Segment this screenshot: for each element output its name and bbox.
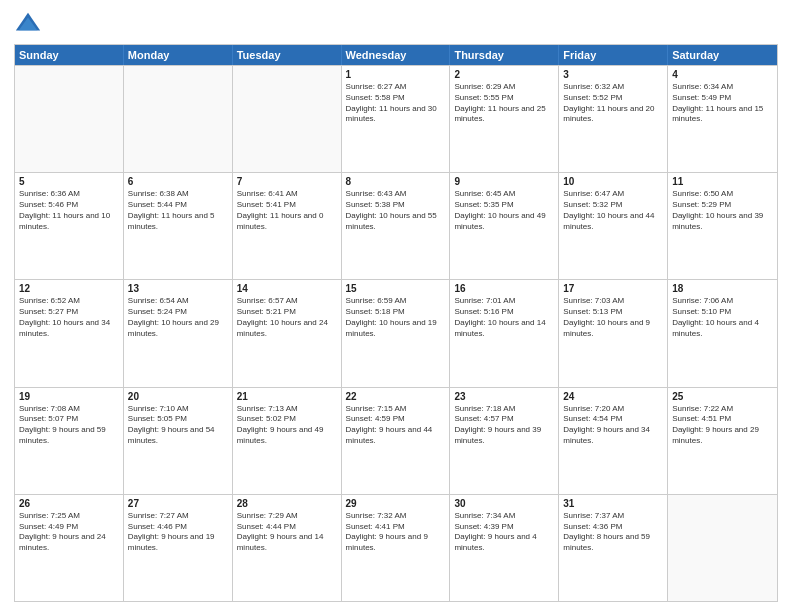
cell-info: Sunrise: 7:06 AM Sunset: 5:10 PM Dayligh… [672, 296, 773, 339]
cell-info: Sunrise: 7:01 AM Sunset: 5:16 PM Dayligh… [454, 296, 554, 339]
calendar-cell: 29Sunrise: 7:32 AM Sunset: 4:41 PM Dayli… [342, 495, 451, 601]
calendar: SundayMondayTuesdayWednesdayThursdayFrid… [14, 44, 778, 602]
day-number: 2 [454, 69, 554, 80]
calendar-page: SundayMondayTuesdayWednesdayThursdayFrid… [0, 0, 792, 612]
cell-info: Sunrise: 7:29 AM Sunset: 4:44 PM Dayligh… [237, 511, 337, 554]
cell-info: Sunrise: 7:03 AM Sunset: 5:13 PM Dayligh… [563, 296, 663, 339]
cell-info: Sunrise: 6:54 AM Sunset: 5:24 PM Dayligh… [128, 296, 228, 339]
calendar-cell: 22Sunrise: 7:15 AM Sunset: 4:59 PM Dayli… [342, 388, 451, 494]
day-number: 11 [672, 176, 773, 187]
cell-info: Sunrise: 6:32 AM Sunset: 5:52 PM Dayligh… [563, 82, 663, 125]
calendar-cell: 28Sunrise: 7:29 AM Sunset: 4:44 PM Dayli… [233, 495, 342, 601]
calendar-row: 26Sunrise: 7:25 AM Sunset: 4:49 PM Dayli… [15, 494, 777, 601]
cell-info: Sunrise: 6:52 AM Sunset: 5:27 PM Dayligh… [19, 296, 119, 339]
cell-info: Sunrise: 7:25 AM Sunset: 4:49 PM Dayligh… [19, 511, 119, 554]
day-number: 15 [346, 283, 446, 294]
cell-info: Sunrise: 7:18 AM Sunset: 4:57 PM Dayligh… [454, 404, 554, 447]
cell-info: Sunrise: 6:43 AM Sunset: 5:38 PM Dayligh… [346, 189, 446, 232]
day-number: 22 [346, 391, 446, 402]
day-number: 1 [346, 69, 446, 80]
calendar-cell [15, 66, 124, 172]
day-number: 17 [563, 283, 663, 294]
day-number: 18 [672, 283, 773, 294]
calendar-cell: 3Sunrise: 6:32 AM Sunset: 5:52 PM Daylig… [559, 66, 668, 172]
weekday-header: Wednesday [342, 45, 451, 65]
calendar-row: 5Sunrise: 6:36 AM Sunset: 5:46 PM Daylig… [15, 172, 777, 279]
cell-info: Sunrise: 6:59 AM Sunset: 5:18 PM Dayligh… [346, 296, 446, 339]
day-number: 20 [128, 391, 228, 402]
weekday-header: Saturday [668, 45, 777, 65]
cell-info: Sunrise: 6:57 AM Sunset: 5:21 PM Dayligh… [237, 296, 337, 339]
calendar-cell: 9Sunrise: 6:45 AM Sunset: 5:35 PM Daylig… [450, 173, 559, 279]
calendar-cell: 30Sunrise: 7:34 AM Sunset: 4:39 PM Dayli… [450, 495, 559, 601]
calendar-cell: 20Sunrise: 7:10 AM Sunset: 5:05 PM Dayli… [124, 388, 233, 494]
day-number: 5 [19, 176, 119, 187]
calendar-cell: 18Sunrise: 7:06 AM Sunset: 5:10 PM Dayli… [668, 280, 777, 386]
page-header [14, 10, 778, 38]
day-number: 7 [237, 176, 337, 187]
day-number: 24 [563, 391, 663, 402]
cell-info: Sunrise: 7:37 AM Sunset: 4:36 PM Dayligh… [563, 511, 663, 554]
weekday-header: Thursday [450, 45, 559, 65]
logo [14, 10, 46, 38]
day-number: 3 [563, 69, 663, 80]
calendar-cell: 2Sunrise: 6:29 AM Sunset: 5:55 PM Daylig… [450, 66, 559, 172]
day-number: 27 [128, 498, 228, 509]
calendar-cell: 31Sunrise: 7:37 AM Sunset: 4:36 PM Dayli… [559, 495, 668, 601]
calendar-cell [233, 66, 342, 172]
calendar-cell: 1Sunrise: 6:27 AM Sunset: 5:58 PM Daylig… [342, 66, 451, 172]
day-number: 30 [454, 498, 554, 509]
day-number: 10 [563, 176, 663, 187]
calendar-cell [124, 66, 233, 172]
cell-info: Sunrise: 7:34 AM Sunset: 4:39 PM Dayligh… [454, 511, 554, 554]
day-number: 13 [128, 283, 228, 294]
weekday-header: Friday [559, 45, 668, 65]
weekday-header: Monday [124, 45, 233, 65]
calendar-row: 12Sunrise: 6:52 AM Sunset: 5:27 PM Dayli… [15, 279, 777, 386]
day-number: 25 [672, 391, 773, 402]
cell-info: Sunrise: 7:22 AM Sunset: 4:51 PM Dayligh… [672, 404, 773, 447]
cell-info: Sunrise: 7:08 AM Sunset: 5:07 PM Dayligh… [19, 404, 119, 447]
cell-info: Sunrise: 7:10 AM Sunset: 5:05 PM Dayligh… [128, 404, 228, 447]
calendar-cell: 21Sunrise: 7:13 AM Sunset: 5:02 PM Dayli… [233, 388, 342, 494]
day-number: 8 [346, 176, 446, 187]
calendar-cell: 16Sunrise: 7:01 AM Sunset: 5:16 PM Dayli… [450, 280, 559, 386]
calendar-cell: 10Sunrise: 6:47 AM Sunset: 5:32 PM Dayli… [559, 173, 668, 279]
weekday-header: Tuesday [233, 45, 342, 65]
calendar-row: 1Sunrise: 6:27 AM Sunset: 5:58 PM Daylig… [15, 65, 777, 172]
calendar-cell: 25Sunrise: 7:22 AM Sunset: 4:51 PM Dayli… [668, 388, 777, 494]
calendar-row: 19Sunrise: 7:08 AM Sunset: 5:07 PM Dayli… [15, 387, 777, 494]
day-number: 19 [19, 391, 119, 402]
calendar-body: 1Sunrise: 6:27 AM Sunset: 5:58 PM Daylig… [15, 65, 777, 601]
calendar-cell: 15Sunrise: 6:59 AM Sunset: 5:18 PM Dayli… [342, 280, 451, 386]
calendar-cell: 14Sunrise: 6:57 AM Sunset: 5:21 PM Dayli… [233, 280, 342, 386]
day-number: 4 [672, 69, 773, 80]
cell-info: Sunrise: 7:13 AM Sunset: 5:02 PM Dayligh… [237, 404, 337, 447]
cell-info: Sunrise: 6:38 AM Sunset: 5:44 PM Dayligh… [128, 189, 228, 232]
cell-info: Sunrise: 6:47 AM Sunset: 5:32 PM Dayligh… [563, 189, 663, 232]
calendar-cell: 12Sunrise: 6:52 AM Sunset: 5:27 PM Dayli… [15, 280, 124, 386]
cell-info: Sunrise: 7:15 AM Sunset: 4:59 PM Dayligh… [346, 404, 446, 447]
calendar-cell [668, 495, 777, 601]
day-number: 21 [237, 391, 337, 402]
cell-info: Sunrise: 6:50 AM Sunset: 5:29 PM Dayligh… [672, 189, 773, 232]
calendar-cell: 4Sunrise: 6:34 AM Sunset: 5:49 PM Daylig… [668, 66, 777, 172]
day-number: 6 [128, 176, 228, 187]
cell-info: Sunrise: 6:41 AM Sunset: 5:41 PM Dayligh… [237, 189, 337, 232]
day-number: 31 [563, 498, 663, 509]
day-number: 12 [19, 283, 119, 294]
calendar-cell: 26Sunrise: 7:25 AM Sunset: 4:49 PM Dayli… [15, 495, 124, 601]
calendar-cell: 11Sunrise: 6:50 AM Sunset: 5:29 PM Dayli… [668, 173, 777, 279]
calendar-cell: 5Sunrise: 6:36 AM Sunset: 5:46 PM Daylig… [15, 173, 124, 279]
day-number: 16 [454, 283, 554, 294]
calendar-cell: 6Sunrise: 6:38 AM Sunset: 5:44 PM Daylig… [124, 173, 233, 279]
cell-info: Sunrise: 7:27 AM Sunset: 4:46 PM Dayligh… [128, 511, 228, 554]
day-number: 9 [454, 176, 554, 187]
day-number: 28 [237, 498, 337, 509]
calendar-cell: 7Sunrise: 6:41 AM Sunset: 5:41 PM Daylig… [233, 173, 342, 279]
calendar-cell: 27Sunrise: 7:27 AM Sunset: 4:46 PM Dayli… [124, 495, 233, 601]
logo-icon [14, 10, 42, 38]
day-number: 23 [454, 391, 554, 402]
cell-info: Sunrise: 7:20 AM Sunset: 4:54 PM Dayligh… [563, 404, 663, 447]
calendar-cell: 24Sunrise: 7:20 AM Sunset: 4:54 PM Dayli… [559, 388, 668, 494]
